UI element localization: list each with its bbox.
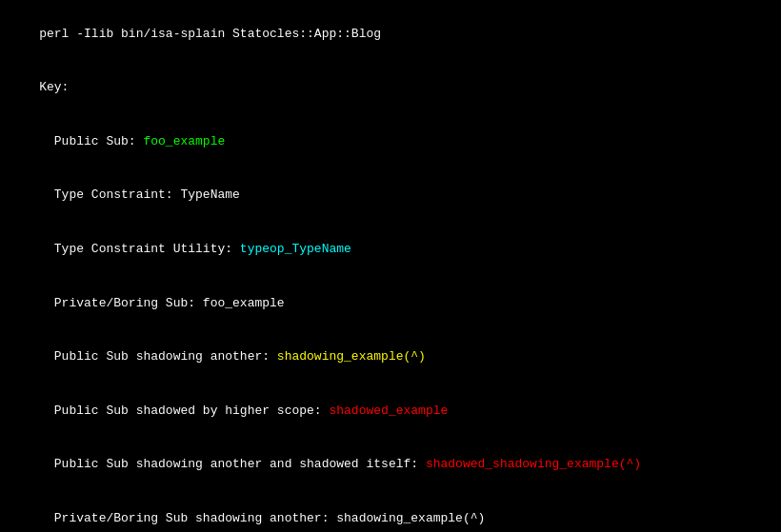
key-type-constraint-utility: Type Constraint Utility: typeop_TypeName [10,223,771,277]
key-boring-shadowing: Private/Boring Sub shadowing another: sh… [10,492,771,532]
key-type-constraint: Type Constraint: TypeName [10,169,771,224]
command-line: perl -Ilib bin/isa-splain Statocles::App… [10,8,771,62]
key-private-sub: Private/Boring Sub: foo_example [10,277,771,331]
terminal-window: perl -Ilib bin/isa-splain Statocles::App… [10,8,771,532]
key-shadowing: Public Sub shadowing another: shadowing_… [10,330,771,384]
key-shadowed-shadowing: Public Sub shadowing another and shadowe… [10,438,771,492]
key-public-sub: Public Sub: foo_example [10,115,771,169]
command-text: perl -Ilib bin/isa-splain Statocles::App… [39,27,381,41]
key-shadowed: Public Sub shadowed by higher scope: sha… [10,384,771,439]
key-label: Key: [10,62,771,116]
